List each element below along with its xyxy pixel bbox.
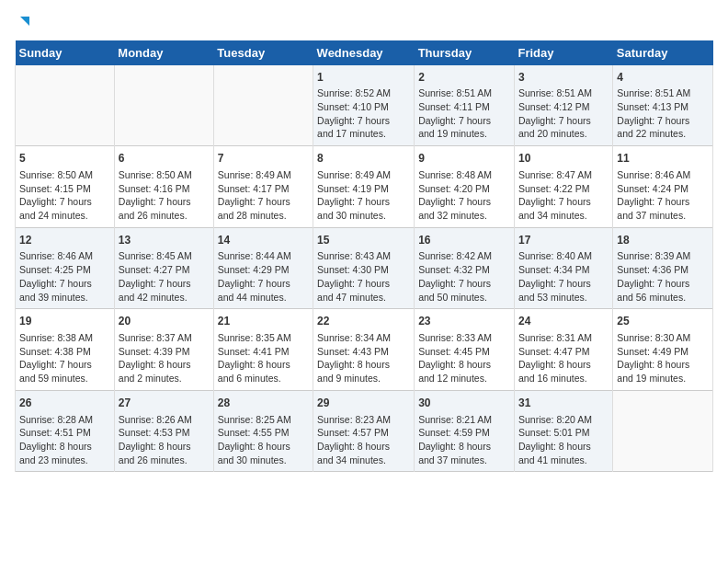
day-info: Sunrise: 8:23 AM Sunset: 4:57 PM Dayligh… (317, 413, 410, 467)
calendar-cell: 22Sunrise: 8:34 AM Sunset: 4:43 PM Dayli… (313, 309, 415, 391)
day-number: 8 (317, 151, 410, 167)
calendar-cell: 18Sunrise: 8:39 AM Sunset: 4:36 PM Dayli… (613, 227, 713, 309)
calendar-cell: 27Sunrise: 8:26 AM Sunset: 4:53 PM Dayli… (114, 390, 213, 472)
calendar-week-4: 19Sunrise: 8:38 AM Sunset: 4:38 PM Dayli… (16, 309, 713, 391)
day-info: Sunrise: 8:42 AM Sunset: 4:32 PM Dayligh… (418, 249, 510, 304)
day-info: Sunrise: 8:47 AM Sunset: 4:22 PM Dayligh… (518, 168, 609, 223)
calendar-cell (213, 65, 313, 146)
day-number: 12 (19, 233, 110, 248)
day-info: Sunrise: 8:49 AM Sunset: 4:19 PM Dayligh… (317, 168, 410, 223)
calendar-cell: 19Sunrise: 8:38 AM Sunset: 4:38 PM Dayli… (16, 309, 115, 391)
day-number: 4 (617, 70, 709, 86)
day-number: 13 (119, 233, 210, 248)
calendar-cell: 24Sunrise: 8:31 AM Sunset: 4:47 PM Dayli… (514, 309, 612, 391)
day-info: Sunrise: 8:43 AM Sunset: 4:30 PM Dayligh… (317, 249, 410, 304)
svg-marker-0 (20, 17, 29, 26)
calendar-cell: 30Sunrise: 8:21 AM Sunset: 4:59 PM Dayli… (415, 390, 515, 472)
calendar-cell: 9Sunrise: 8:48 AM Sunset: 4:20 PM Daylig… (415, 146, 515, 228)
day-number: 15 (317, 233, 410, 248)
weekday-header-thursday: Thursday (415, 40, 515, 65)
day-info: Sunrise: 8:39 AM Sunset: 4:36 PM Dayligh… (617, 249, 709, 304)
calendar-cell: 2Sunrise: 8:51 AM Sunset: 4:11 PM Daylig… (415, 65, 515, 146)
calendar-cell: 7Sunrise: 8:49 AM Sunset: 4:17 PM Daylig… (213, 146, 313, 228)
day-number: 11 (617, 151, 709, 167)
day-info: Sunrise: 8:44 AM Sunset: 4:29 PM Dayligh… (218, 249, 309, 304)
day-number: 22 (317, 314, 410, 329)
weekday-header-friday: Friday (514, 40, 612, 65)
logo (15, 15, 31, 33)
day-info: Sunrise: 8:51 AM Sunset: 4:13 PM Dayligh… (617, 86, 709, 141)
calendar-cell: 14Sunrise: 8:44 AM Sunset: 4:29 PM Dayli… (213, 227, 313, 309)
day-info: Sunrise: 8:48 AM Sunset: 4:20 PM Dayligh… (418, 168, 510, 223)
day-number: 10 (518, 151, 609, 167)
day-number: 25 (617, 314, 709, 329)
calendar-cell: 4Sunrise: 8:51 AM Sunset: 4:13 PM Daylig… (613, 65, 713, 146)
day-number: 17 (518, 233, 609, 248)
day-number: 16 (418, 233, 510, 248)
weekday-header-sunday: Sunday (16, 40, 115, 65)
day-number: 26 (19, 396, 110, 411)
day-info: Sunrise: 8:38 AM Sunset: 4:38 PM Dayligh… (19, 331, 110, 385)
calendar-cell: 1Sunrise: 8:52 AM Sunset: 4:10 PM Daylig… (313, 65, 415, 146)
logo-icon (17, 15, 31, 29)
calendar-cell: 15Sunrise: 8:43 AM Sunset: 4:30 PM Dayli… (313, 227, 415, 309)
day-number: 19 (19, 314, 110, 329)
day-number: 2 (418, 70, 510, 86)
calendar-cell: 20Sunrise: 8:37 AM Sunset: 4:39 PM Dayli… (114, 309, 213, 391)
day-info: Sunrise: 8:28 AM Sunset: 4:51 PM Dayligh… (19, 413, 110, 467)
calendar-cell: 29Sunrise: 8:23 AM Sunset: 4:57 PM Dayli… (313, 390, 415, 472)
day-info: Sunrise: 8:49 AM Sunset: 4:17 PM Dayligh… (218, 168, 309, 223)
calendar-cell: 10Sunrise: 8:47 AM Sunset: 4:22 PM Dayli… (514, 146, 612, 228)
calendar-cell: 11Sunrise: 8:46 AM Sunset: 4:24 PM Dayli… (613, 146, 713, 228)
day-info: Sunrise: 8:20 AM Sunset: 5:01 PM Dayligh… (518, 413, 609, 467)
day-number: 18 (617, 233, 709, 248)
day-info: Sunrise: 8:26 AM Sunset: 4:53 PM Dayligh… (119, 413, 210, 467)
calendar-cell: 8Sunrise: 8:49 AM Sunset: 4:19 PM Daylig… (313, 146, 415, 228)
calendar-cell (613, 390, 713, 472)
day-info: Sunrise: 8:45 AM Sunset: 4:27 PM Dayligh… (119, 249, 210, 304)
calendar-cell: 23Sunrise: 8:33 AM Sunset: 4:45 PM Dayli… (415, 309, 515, 391)
calendar-cell: 17Sunrise: 8:40 AM Sunset: 4:34 PM Dayli… (514, 227, 612, 309)
day-info: Sunrise: 8:51 AM Sunset: 4:12 PM Dayligh… (518, 86, 609, 141)
day-info: Sunrise: 8:46 AM Sunset: 4:25 PM Dayligh… (19, 249, 110, 304)
calendar-cell: 26Sunrise: 8:28 AM Sunset: 4:51 PM Dayli… (16, 390, 115, 472)
day-number: 31 (518, 396, 609, 411)
weekday-header-saturday: Saturday (613, 40, 713, 65)
day-number: 1 (317, 70, 410, 86)
calendar-cell: 12Sunrise: 8:46 AM Sunset: 4:25 PM Dayli… (16, 227, 115, 309)
calendar-cell: 16Sunrise: 8:42 AM Sunset: 4:32 PM Dayli… (415, 227, 515, 309)
calendar-week-2: 5Sunrise: 8:50 AM Sunset: 4:15 PM Daylig… (16, 146, 713, 228)
calendar-cell: 3Sunrise: 8:51 AM Sunset: 4:12 PM Daylig… (514, 65, 612, 146)
page-header (15, 15, 713, 33)
day-number: 21 (218, 314, 309, 329)
calendar-header: SundayMondayTuesdayWednesdayThursdayFrid… (16, 40, 713, 65)
day-info: Sunrise: 8:51 AM Sunset: 4:11 PM Dayligh… (418, 86, 510, 141)
day-number: 27 (119, 396, 210, 411)
day-info: Sunrise: 8:25 AM Sunset: 4:55 PM Dayligh… (218, 413, 309, 467)
day-info: Sunrise: 8:46 AM Sunset: 4:24 PM Dayligh… (617, 168, 709, 223)
day-number: 30 (418, 396, 510, 411)
day-info: Sunrise: 8:52 AM Sunset: 4:10 PM Dayligh… (317, 86, 410, 141)
day-info: Sunrise: 8:37 AM Sunset: 4:39 PM Dayligh… (119, 331, 210, 385)
calendar-cell: 21Sunrise: 8:35 AM Sunset: 4:41 PM Dayli… (213, 309, 313, 391)
calendar-week-5: 26Sunrise: 8:28 AM Sunset: 4:51 PM Dayli… (16, 390, 713, 472)
calendar-week-3: 12Sunrise: 8:46 AM Sunset: 4:25 PM Dayli… (16, 227, 713, 309)
day-info: Sunrise: 8:34 AM Sunset: 4:43 PM Dayligh… (317, 331, 410, 385)
calendar-cell (114, 65, 213, 146)
calendar-cell: 31Sunrise: 8:20 AM Sunset: 5:01 PM Dayli… (514, 390, 612, 472)
day-number: 20 (119, 314, 210, 329)
day-number: 6 (119, 151, 210, 167)
day-number: 9 (418, 151, 510, 167)
calendar-cell: 6Sunrise: 8:50 AM Sunset: 4:16 PM Daylig… (114, 146, 213, 228)
calendar-cell: 5Sunrise: 8:50 AM Sunset: 4:15 PM Daylig… (16, 146, 115, 228)
weekday-header-tuesday: Tuesday (213, 40, 313, 65)
calendar-cell: 28Sunrise: 8:25 AM Sunset: 4:55 PM Dayli… (213, 390, 313, 472)
calendar-cell (16, 65, 115, 146)
weekday-header-monday: Monday (114, 40, 213, 65)
weekday-header-wednesday: Wednesday (313, 40, 415, 65)
day-info: Sunrise: 8:50 AM Sunset: 4:15 PM Dayligh… (19, 168, 110, 223)
day-number: 24 (518, 314, 609, 329)
day-number: 3 (518, 70, 609, 86)
calendar-week-1: 1Sunrise: 8:52 AM Sunset: 4:10 PM Daylig… (16, 65, 713, 146)
day-number: 23 (418, 314, 510, 329)
